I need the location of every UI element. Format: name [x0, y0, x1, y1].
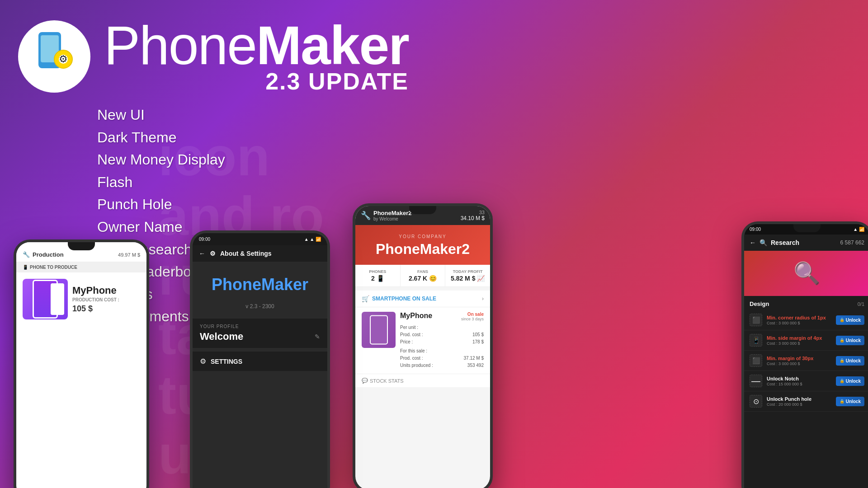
- research-item-info-2: Min. margin of 30px Cost : 3 000 000 $: [767, 356, 831, 366]
- research-item-3: — Unlock Notch Cost : 15 000 000 $ 🔒 Unl…: [744, 371, 868, 391]
- phone-screen-settings: 09:00 ▲ ▲ 📶 ← ⚙ About & Settings PhoneMa…: [193, 233, 327, 488]
- research-item-icon-3: —: [750, 375, 762, 387]
- production-phone-image: [23, 279, 68, 319]
- settings-nav-title: About & Settings: [220, 250, 272, 257]
- stat-profit: TODAY PROFIT 5.82 M $ 📈: [445, 265, 490, 286]
- production-section: 📱 PHONE TO PRODUCE: [16, 262, 146, 272]
- company-phone-thumb: [362, 312, 396, 348]
- research-item-cost-0: Cost : 3 000 000 $: [767, 321, 831, 325]
- research-search-icon-nav: 🔍: [760, 239, 767, 246]
- research-item-name-1: Min. side margin of 4px: [767, 335, 831, 341]
- phone-screen-research: 09:00 ▲ 📶 ← 🔍 Research 6 587 662 🔍 Desig…: [744, 224, 868, 488]
- stat-fans-value: 2.67 K 😊: [404, 275, 442, 282]
- settings-profile-section: YOUR PROFILE Welcome ✎: [193, 319, 327, 348]
- settings-icons: ▲ ▲ 📶: [304, 237, 321, 242]
- app-logo: ⚙: [18, 20, 90, 93]
- research-item-cost-1: Cost : 3 000 000 $: [767, 341, 831, 346]
- phone-notch-production: [68, 242, 95, 250]
- settings-gear-icon: ⚙: [210, 250, 216, 257]
- phone-research: 09:00 ▲ 📶 ← 🔍 Research 6 587 662 🔍 Desig…: [741, 221, 868, 488]
- back-icon[interactable]: ←: [199, 250, 205, 257]
- research-time: 09:00: [750, 227, 761, 232]
- app-title: PhoneMaker: [104, 18, 409, 72]
- company-label: YOUR COMPANY: [363, 234, 483, 239]
- settings-logo-area: PhoneMaker: [193, 262, 327, 303]
- version-badge: 2.3 UPDATE: [104, 68, 409, 95]
- settings-label: SETTINGS: [211, 358, 242, 365]
- logo-icon: ⚙: [27, 25, 81, 88]
- production-money: 49.97 M $: [118, 252, 140, 258]
- research-nav: ← 🔍 Research 6 587 662: [744, 235, 868, 251]
- settings-section[interactable]: ⚙ SETTINGS: [193, 352, 327, 371]
- research-item-name-0: Min. corner radius of 1px: [767, 315, 831, 320]
- research-item-info-0: Min. corner radius of 1px Cost : 3 000 0…: [767, 315, 831, 325]
- research-item-icon-2: ⬛: [750, 354, 762, 367]
- company-sale-section: 🛒 SMARTPHONE ON SALE › MyPhone On sale: [355, 291, 490, 387]
- settings-version: v 2.3 - 2300: [193, 303, 327, 319]
- production-title: Production: [33, 251, 64, 258]
- research-unlock-btn-0[interactable]: 🔒 Unlock: [836, 315, 864, 325]
- feature-2: Dark Theme: [97, 127, 241, 149]
- company-stats: PHONES 2 📱 FANS 2.67 K 😊 TODAY PROFIT 5.…: [355, 265, 490, 287]
- research-section-header: Design 0/1: [744, 296, 868, 310]
- feature-5: Punch Hole: [97, 193, 241, 216]
- production-cost-value: 105 $: [72, 304, 140, 314]
- title-area: PhoneMaker 2.3 UPDATE: [104, 18, 409, 95]
- production-phone-item: MyPhone PRODUCTION COST : 105 $: [16, 272, 146, 326]
- research-nav-title: Research: [771, 239, 799, 246]
- research-section-count: 0/1: [858, 301, 864, 307]
- lock-icon-4: 🔒: [840, 399, 844, 404]
- edit-icon[interactable]: ✎: [315, 333, 320, 340]
- research-unlock-btn-2[interactable]: 🔒 Unlock: [836, 356, 864, 366]
- research-item-name-3: Unlock Notch: [767, 376, 831, 381]
- stat-phones: PHONES 2 📱: [355, 265, 401, 286]
- settings-logo: PhoneMaker: [212, 275, 308, 294]
- lock-icon-0: 🔒: [840, 318, 844, 322]
- research-back-icon[interactable]: ←: [750, 239, 756, 246]
- research-item-icon-0: ⬛: [750, 314, 762, 326]
- feature-4: Flash: [97, 171, 241, 194]
- research-item-2: ⬛ Min. margin of 30px Cost : 3 000 000 $…: [744, 351, 868, 371]
- sale-title: SMARTPHONE ON SALE: [372, 296, 436, 302]
- research-unlock-btn-1[interactable]: 🔒 Unlock: [836, 336, 864, 345]
- settings-icon: ⚙: [200, 357, 206, 366]
- research-item-cost-4: Cost : 20 000 000 $: [767, 402, 831, 407]
- company-phone-info: MyPhone On sale since 3 days Per unit :: [400, 312, 484, 369]
- stock-label: 💬 STOCK STATS: [355, 374, 490, 387]
- phone-screen-company: 🔧 PhoneMaker2 by Welcome 33 34.10 M $ YO…: [355, 206, 490, 488]
- feature-1: New UI: [97, 104, 241, 127]
- lock-icon-2: 🔒: [840, 358, 844, 363]
- research-item-0: ⬛ Min. corner radius of 1px Cost : 3 000…: [744, 310, 868, 330]
- company-fans: 33: [461, 210, 485, 215]
- lock-icon-1: 🔒: [840, 338, 844, 343]
- research-item-cost-2: Cost : 3 000 000 $: [767, 361, 831, 366]
- research-item-1: 📱 Min. side margin of 4px Cost : 3 000 0…: [744, 330, 868, 351]
- profile-section-label: YOUR PROFILE: [200, 324, 320, 329]
- research-search-icon-big: 🔍: [793, 261, 821, 286]
- profile-name: Welcome: [200, 331, 243, 343]
- settings-nav: ← ⚙ About & Settings: [193, 245, 327, 262]
- company-name: PhoneMaker2: [363, 241, 483, 258]
- research-unlock-btn-4[interactable]: 🔒 Unlock: [836, 397, 864, 406]
- research-item-info-3: Unlock Notch Cost : 15 000 000 $: [767, 376, 831, 386]
- company-app-name: PhoneMaker2: [373, 210, 412, 216]
- company-phone-name: MyPhone: [400, 312, 432, 320]
- company-banner: YOUR COMPANY PhoneMaker2: [355, 225, 490, 265]
- stat-profit-value: 5.82 M $ 📈: [449, 275, 486, 282]
- production-phone-info: MyPhone PRODUCTION COST : 105 $: [72, 285, 140, 314]
- research-item-cost-3: Cost : 15 000 000 $: [767, 382, 831, 386]
- on-sale-label: On sale: [461, 312, 484, 317]
- research-section-title: Design: [750, 300, 769, 307]
- company-sale-item: MyPhone On sale since 3 days Per unit :: [355, 307, 490, 374]
- research-item-name-2: Min. margin of 30px: [767, 356, 831, 361]
- header: ⚙ PhoneMaker 2.3 UPDATE: [18, 18, 850, 95]
- research-item-icon-1: 📱: [750, 334, 762, 347]
- research-item-info-1: Min. side margin of 4px Cost : 3 000 000…: [767, 335, 831, 346]
- app-title-light: Phone: [104, 15, 256, 75]
- research-unlock-btn-3[interactable]: 🔒 Unlock: [836, 376, 864, 386]
- app-title-bold: Maker: [256, 15, 409, 75]
- company-money: 34.10 M $: [461, 215, 485, 221]
- stat-phones-value: 2 📱: [359, 275, 396, 282]
- company-by: by Welcome: [373, 216, 412, 221]
- research-item-4: ⊙ Unlock Punch hole Cost : 20 000 000 $ …: [744, 391, 868, 412]
